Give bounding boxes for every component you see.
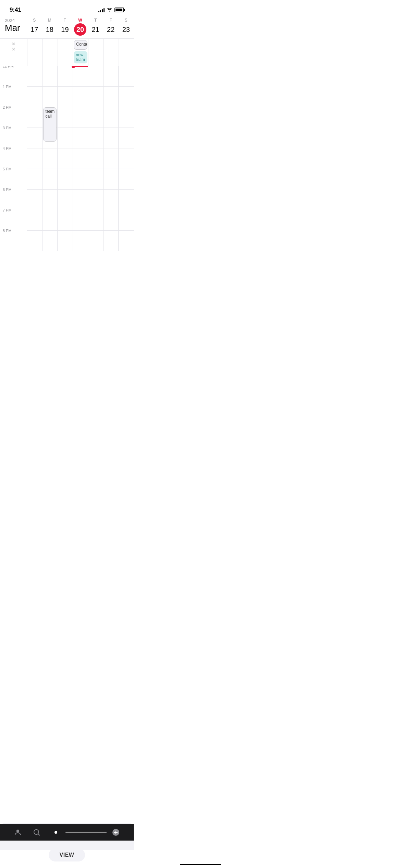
day-col-0 xyxy=(27,39,42,66)
event-team-call[interactable]: team call xyxy=(43,107,57,142)
collapse-icon[interactable]: ✕✕ xyxy=(12,41,15,52)
hour-line-3 xyxy=(88,169,103,190)
hour-line-1 xyxy=(73,210,88,231)
time-slot-7: 7 PM xyxy=(0,210,27,231)
nav-item-search[interactable] xyxy=(27,828,47,836)
hour-line-2 xyxy=(27,190,42,210)
day-number: 17 xyxy=(28,23,40,36)
status-icons xyxy=(98,7,124,13)
svg-line-2 xyxy=(38,834,40,836)
day-letter: S xyxy=(125,18,127,23)
hour-line-4 xyxy=(104,148,119,169)
day-col-2 xyxy=(58,39,73,66)
grid-col-6 xyxy=(118,66,134,251)
hour-line-7 xyxy=(27,87,42,107)
day-number: 20 xyxy=(74,23,86,36)
day-letter: T xyxy=(64,18,66,23)
hour-line-3 xyxy=(27,169,42,190)
hour-line-3 xyxy=(104,169,119,190)
day-letter: W xyxy=(78,18,82,23)
grid-col-1: team call xyxy=(42,66,58,251)
day-col-5 xyxy=(103,39,118,66)
time-slot-4: 4 PM xyxy=(0,148,27,169)
hour-line-6 xyxy=(88,107,103,128)
hour-line-0 xyxy=(27,231,42,251)
hour-line-4 xyxy=(42,148,58,169)
time-label-5: 5 PM xyxy=(3,167,12,171)
day-col-header-18[interactable]: M18 xyxy=(42,18,58,36)
grid-col-4 xyxy=(88,66,103,251)
hour-line-2 xyxy=(73,190,88,210)
hour-line-2 xyxy=(104,190,119,210)
hour-line-3 xyxy=(58,169,73,190)
hour-line-1 xyxy=(42,210,58,231)
day-col-3: Contac new team xyxy=(73,39,88,66)
day-col-header-19[interactable]: T19 xyxy=(57,18,73,36)
day-col-header-21[interactable]: T21 xyxy=(88,18,103,36)
hour-line-6 xyxy=(119,107,134,128)
home-indicator-bar xyxy=(65,832,107,833)
hour-line-2 xyxy=(42,190,58,210)
nav-item-add[interactable] xyxy=(107,828,126,836)
month-year: 2024 Mar xyxy=(0,18,27,33)
hour-line-6 xyxy=(104,107,119,128)
time-grid-scroll[interactable]: 12 PM1 PM2 PM3 PM4 PM5 PM6 PM7 PM8 PM te… xyxy=(0,66,134,866)
time-slot-5: 5 PM xyxy=(0,169,27,190)
hour-line-2 xyxy=(58,190,73,210)
day-number: 21 xyxy=(89,23,102,36)
hour-line-1 xyxy=(58,210,73,231)
nav-item-dot[interactable] xyxy=(46,831,65,834)
day-col-header-23[interactable]: S23 xyxy=(118,18,134,36)
view-button[interactable]: VIEW xyxy=(49,848,85,861)
svg-point-1 xyxy=(34,830,39,834)
nav-item-person[interactable] xyxy=(8,828,27,836)
hour-line-4 xyxy=(27,148,42,169)
hour-line-7 xyxy=(42,87,58,107)
hour-line-7 xyxy=(58,87,73,107)
hour-line-1 xyxy=(104,210,119,231)
hour-line-0 xyxy=(73,231,88,251)
bottom-nav xyxy=(0,824,134,841)
hour-line-1 xyxy=(27,210,42,231)
nav-dot xyxy=(54,831,57,834)
day-letter: T xyxy=(94,18,97,23)
grid-col-2 xyxy=(57,66,73,251)
hour-line-0 xyxy=(58,231,73,251)
time-column: 12 PM1 PM2 PM3 PM4 PM5 PM6 PM7 PM8 PM xyxy=(0,66,27,251)
current-time-indicator xyxy=(73,66,88,67)
day-letter: M xyxy=(48,18,51,23)
hour-line-1 xyxy=(119,210,134,231)
time-slot-3: 3 PM xyxy=(0,128,27,148)
hour-line-0 xyxy=(88,231,103,251)
hour-line-4 xyxy=(58,148,73,169)
search-icon xyxy=(33,828,41,836)
calendar-header: 2024 Mar S17M18T19W20T21F22S23 xyxy=(0,16,134,39)
hour-line-5 xyxy=(27,128,42,148)
status-bar: 9:41 xyxy=(0,0,134,16)
hour-line-8 xyxy=(88,66,103,87)
day-col-header-20[interactable]: W20 xyxy=(73,18,88,36)
day-col-1 xyxy=(42,39,57,66)
day-number: 19 xyxy=(59,23,71,36)
grid-col-5 xyxy=(103,66,119,251)
hour-line-3 xyxy=(119,169,134,190)
hour-line-0 xyxy=(119,231,134,251)
time-label-2: 2 PM xyxy=(3,105,12,109)
day-col-header-22[interactable]: F22 xyxy=(103,18,119,36)
hour-line-6 xyxy=(58,107,73,128)
time-slot-2: 2 PM xyxy=(0,107,27,128)
day-col-header-17[interactable]: S17 xyxy=(27,18,42,36)
day-letter: S xyxy=(33,18,36,23)
event-new-team[interactable]: new team xyxy=(74,51,87,63)
day-number: 18 xyxy=(44,23,56,36)
day-number: 23 xyxy=(120,23,132,36)
hour-line-4 xyxy=(73,148,88,169)
hour-line-6 xyxy=(73,107,88,128)
grid-col-3 xyxy=(73,66,88,251)
time-label-6: 6 PM xyxy=(3,188,12,192)
day-number: 22 xyxy=(105,23,117,36)
time-slot-0: 12 PM xyxy=(0,66,27,87)
hour-line-8 xyxy=(73,66,88,87)
battery-icon xyxy=(114,8,124,12)
event-contact[interactable]: Contac xyxy=(74,40,87,50)
